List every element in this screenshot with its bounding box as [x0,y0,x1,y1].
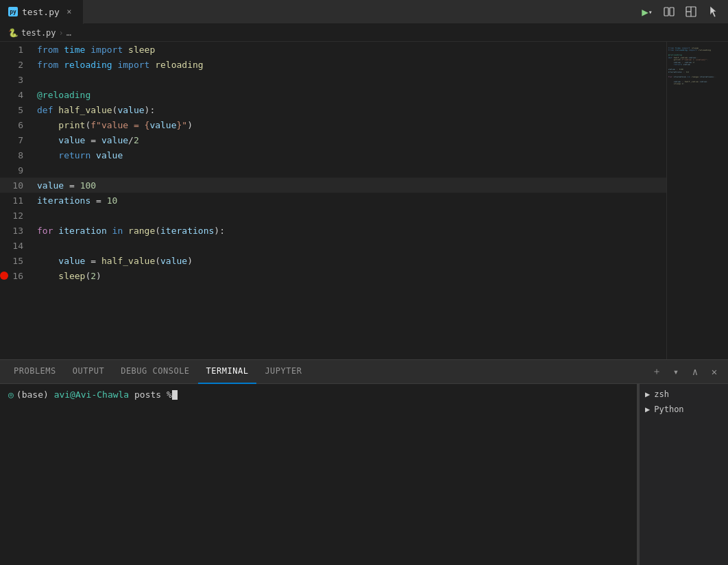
terminal-sidebar: ▶ zsh ▶ Python [639,384,728,565]
line-content: value = half_value(value) [34,253,666,268]
code-line: 12 [0,208,666,223]
layout-icon [685,6,696,17]
tab-output[interactable]: OUTPUT [64,360,112,384]
line-number: 13 [0,223,34,238]
line-number: 4 [0,87,34,102]
code-line: 11 iterations = 10 [0,193,666,208]
panel-content: ◎ (base) avi@Avi-Chawla posts % ▶ zsh ▶ … [0,384,728,565]
prompt-base-text: (base) [16,389,54,400]
code-line: 13 for iteration in range(iterations): [0,223,666,238]
terminal-prompt: ◎ (base) avi@Avi-Chawla posts % [8,389,629,400]
terminal-item-python[interactable]: ▶ Python [640,402,728,417]
toolbar-right: ▶ ▾ [638,2,728,21]
breadcrumb-ellipsis: … [66,28,71,38]
prompt-user-text: avi@Avi-Chawla [54,389,130,400]
minimap: from time import sleep from reloading im… [666,42,728,359]
code-line: 15 value = half_value(value) [0,253,666,268]
line-number: 12 [0,208,34,223]
terminal-prompt-text: (base) avi@Avi-Chawla posts % [16,389,172,400]
tab-label: test.py [22,7,60,17]
line-content [34,72,666,87]
breadcrumb-file[interactable]: test.py [21,28,56,38]
code-line: 5 def half_value(value): [0,102,666,117]
panel-tabs: PROBLEMS OUTPUT DEBUG CONSOLE TERMINAL J… [0,360,728,384]
line-number: 16 [0,268,34,283]
line-content: value = value/2 [34,132,666,147]
line-content: value = 100 [34,178,666,193]
line-content: sleep(2) [34,268,666,283]
svg-rect-1 [670,8,674,16]
tab-debug-console[interactable]: DEBUG CONSOLE [112,360,197,384]
panel-collapse-button[interactable]: ∧ [687,363,703,380]
terminal-item-label-python: Python [654,405,683,414]
line-number: 3 [0,72,34,87]
code-line: 2 from reloading import reloading [0,57,666,72]
code-line: 6 print(f"value = {value}") [0,117,666,132]
minimap-content: from time import sleep from reloading im… [667,42,728,88]
line-number: 15 [0,253,34,268]
code-lines: 1 from time import sleep 2 from reloadin… [0,42,666,283]
svg-rect-0 [664,8,668,16]
line-content: return value [34,147,666,163]
line-content: for iteration in range(iterations): [34,223,666,238]
tab-terminal[interactable]: TERMINAL [198,360,257,384]
python-file-icon: py [8,7,18,16]
code-line: 9 [0,163,666,178]
code-line: 4 @reloading [0,87,666,102]
run-dropdown-icon: ▾ [648,8,653,16]
terminal-item-zsh[interactable]: ▶ zsh [640,387,728,402]
line-number: 5 [0,102,34,117]
code-line-breakpoint: 16 sleep(2) [0,268,666,283]
line-number: 2 [0,57,34,72]
line-number: 11 [0,193,34,208]
prompt-circle-icon: ◎ [8,389,14,400]
line-content [34,238,666,253]
terminal-main[interactable]: ◎ (base) avi@Avi-Chawla posts % [0,384,637,565]
editor-area: 1 from time import sleep 2 from reloadin… [0,42,728,359]
code-editor[interactable]: 1 from time import sleep 2 from reloadin… [0,42,666,359]
prompt-path-text: posts % [129,389,172,400]
panel-close-button[interactable]: ✕ [706,363,723,380]
line-content [34,163,666,178]
line-number: 1 [0,42,34,57]
split-editor-button[interactable] [659,2,679,21]
breadcrumb-file-icon: 🐍 [8,28,19,38]
cursor-icon [703,2,723,21]
mouse-cursor [706,5,720,19]
line-content: print(f"value = {value}") [34,117,666,132]
line-number: 14 [0,238,34,253]
run-arrow-icon: ▶ [642,5,648,19]
tab-close-button[interactable]: × [64,6,75,17]
line-content: def half_value(value): [34,102,666,117]
terminal-item-icon-zsh: ▶ [645,389,650,399]
tab-problems[interactable]: PROBLEMS [5,360,64,384]
run-button[interactable]: ▶ ▾ [638,2,657,21]
tab-test-py[interactable]: py test.py × [0,0,84,24]
line-content: @reloading [34,87,666,102]
line-number: 9 [0,163,34,178]
terminal-item-icon-python: ▶ [645,405,650,414]
line-number: 10 [0,178,34,193]
code-line: 7 value = value/2 [0,132,666,147]
terminal-item-label-zsh: zsh [654,389,669,399]
tab-bar: py test.py × ▶ ▾ [0,0,728,24]
code-line-active: 10 value = 100 [0,178,666,193]
line-content: from time import sleep [34,42,666,57]
line-number: 8 [0,147,34,163]
breadcrumb-separator: › [59,28,64,38]
code-line: 8 return value [0,147,666,163]
terminal-dropdown-button[interactable]: ▾ [668,363,684,380]
line-content: from reloading import reloading [34,57,666,72]
bottom-panel: PROBLEMS OUTPUT DEBUG CONSOLE TERMINAL J… [0,359,728,565]
breadcrumb: 🐍 test.py › … [0,24,728,42]
breakpoint-dot [0,272,8,280]
code-line: 14 [0,238,666,253]
line-number: 7 [0,132,34,147]
split-icon [664,6,675,17]
line-content: iterations = 10 [34,193,666,208]
layout-button[interactable] [681,2,701,21]
new-terminal-button[interactable]: ＋ [648,363,665,380]
tab-jupyter[interactable]: JUPYTER [256,360,310,384]
line-content [34,208,666,223]
code-line: 3 [0,72,666,87]
